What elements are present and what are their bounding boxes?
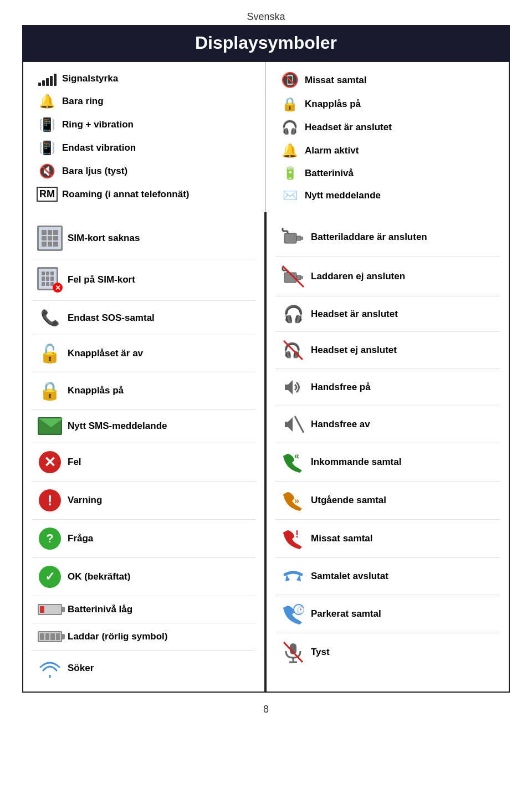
ring-vibration-label: Ring + vibration: [62, 119, 134, 130]
new-message-top-label: Nytt meddelande: [305, 190, 381, 201]
ring-only-label: Bara ring: [62, 96, 104, 107]
list-item: ! Missat samtal: [275, 520, 500, 558]
keylock-on-top-label: Knapplås på: [305, 99, 361, 110]
call-missed-icon: !: [275, 528, 311, 550]
battery-level-top-label: Batterinivå: [305, 168, 354, 179]
ok-icon: ✓: [32, 566, 68, 588]
call-parked-icon: 🕐: [275, 603, 311, 625]
list-item: Laddar (rörlig symbol): [32, 623, 255, 651]
sos-only-label: Endast SOS-samtal: [68, 313, 155, 324]
svg-marker-15: [285, 380, 293, 395]
alarm-active-icon: 🔔: [275, 143, 305, 158]
list-item: ✕ Fel: [32, 443, 255, 482]
question-icon: ?: [32, 528, 68, 550]
svg-rect-0: [284, 233, 296, 243]
new-sms-icon: [32, 417, 68, 435]
list-item: ? Fråga: [32, 520, 255, 558]
list-item: Söker: [32, 651, 255, 686]
warning-icon: !: [32, 489, 68, 511]
svg-text:!: !: [295, 529, 299, 540]
call-ended-icon: [275, 566, 311, 587]
list-item: 🎧 Headset ej anslutet: [275, 332, 500, 369]
list-item: ✓ OK (bekräftat): [32, 558, 255, 596]
svg-rect-8: [301, 276, 303, 279]
signal-strength-icon: [32, 71, 62, 86]
battery-low-icon: [32, 604, 68, 615]
call-parked-label: Parkerat samtal: [311, 608, 381, 619]
keylock-off-label: Knapplåset är av: [68, 348, 143, 359]
call-missed-label: Missat samtal: [311, 533, 373, 544]
list-item: Laddaren ej ansluten: [275, 257, 500, 296]
list-item: Tyst: [275, 633, 500, 671]
list-item: » Utgående samtal: [275, 482, 500, 520]
question-label: Fråga: [68, 533, 93, 544]
alarm-active-label: Alarm aktivt: [305, 145, 359, 156]
charger-connected-label: Batteriladdare är ansluten: [311, 232, 427, 243]
list-item: Signalstyrka: [32, 68, 257, 90]
list-item: 🔓 Knapplåset är av: [32, 335, 255, 372]
roaming-label: Roaming (i annat telefonnät): [62, 189, 190, 200]
warning-label: Varning: [68, 495, 102, 506]
light-only-label: Bara ljus (tyst): [62, 166, 127, 177]
keylock-on-top-icon: 🔒: [275, 96, 305, 112]
list-item: « Inkommande samtal: [275, 443, 500, 482]
list-item: 🔔 Alarm aktivt: [275, 139, 500, 162]
handsfree-off-icon: [275, 414, 311, 435]
bottom-right-section: Batteriladdare är ansluten: [267, 212, 509, 677]
list-item: Batteriladdare är ansluten: [275, 218, 500, 257]
mute-icon: [275, 641, 311, 663]
battery-low-label: Batterinivå låg: [68, 604, 132, 615]
list-item: 📳 Ring + vibration: [32, 113, 257, 136]
sim-error-icon: ✕: [32, 267, 68, 293]
list-item: 🎧 Headset är anslutet: [275, 116, 500, 139]
svg-text:«: «: [294, 451, 299, 460]
sim-error-label: Fel på SIM-kort: [68, 274, 135, 285]
charger-disconnected-icon: [275, 265, 311, 288]
battery-level-top-icon: 🔋: [275, 166, 305, 181]
list-item: 🔒 Knapplås på: [32, 372, 255, 409]
list-item: Nytt SMS-meddelande: [32, 409, 255, 443]
headset-disconnected-label: Headset ej anslutet: [311, 345, 397, 356]
ring-vibration-icon: 📳: [32, 117, 62, 132]
headset-connected-icon: 🎧: [275, 304, 311, 324]
call-incoming-icon: «: [275, 451, 311, 473]
list-item: 🔔 Bara ring: [32, 90, 257, 113]
page-title-bar: Displaysymboler: [22, 25, 510, 61]
mute-label: Tyst: [311, 647, 330, 658]
call-outgoing-label: Utgående samtal: [311, 495, 386, 506]
list-item: SIM-kort saknas: [32, 218, 255, 259]
svg-rect-7: [296, 275, 301, 280]
svg-rect-1: [296, 236, 301, 240]
call-outgoing-icon: »: [275, 489, 311, 511]
list-item: 📞 Endast SOS-samtal: [32, 301, 255, 335]
new-sms-label: Nytt SMS-meddelande: [68, 421, 167, 432]
keylock-on-label: Knapplås på: [68, 385, 124, 396]
svg-text:»: »: [294, 496, 299, 505]
signal-strength-label: Signalstyrka: [62, 73, 118, 84]
roaming-icon: RM: [32, 187, 62, 202]
searching-icon: [32, 658, 68, 678]
battery-charging-label: Laddar (rörlig symbol): [68, 631, 167, 642]
headset-connected-top-icon: 🎧: [275, 120, 305, 135]
main-table: Signalstyrka 🔔 Bara ring 📳 Ring + vibrat…: [22, 61, 510, 693]
svg-line-17: [295, 416, 304, 433]
searching-label: Söker: [68, 663, 94, 674]
list-item: 📳 Endast vibration: [32, 136, 257, 160]
ok-label: OK (bekräftat): [68, 571, 130, 582]
charger-connected-icon: [275, 226, 311, 249]
list-item: 🎧 Headset är anslutet: [275, 296, 500, 332]
sos-only-icon: 📞: [32, 309, 68, 327]
bottom-left-section: SIM-kort saknas ✕ F: [23, 212, 265, 692]
list-item: ✉️ Nytt meddelande: [275, 185, 500, 207]
battery-charging-icon: [32, 631, 68, 642]
headset-connected-top-label: Headset är anslutet: [305, 122, 392, 133]
svg-rect-2: [301, 237, 303, 240]
keylock-on-icon: 🔒: [32, 380, 68, 401]
handsfree-on-label: Handsfree på: [311, 382, 371, 393]
sim-missing-icon: [32, 226, 68, 251]
missed-call-top-label: Missat samtal: [305, 75, 367, 86]
list-item: 🔇 Bara ljus (tyst): [32, 160, 257, 183]
top-right-section: 📵 Missat samtal 🔒 Knapplås på 🎧: [266, 62, 509, 212]
list-item: Batterinivå låg: [32, 596, 255, 623]
headset-connected-label: Headset är anslutet: [311, 309, 398, 320]
